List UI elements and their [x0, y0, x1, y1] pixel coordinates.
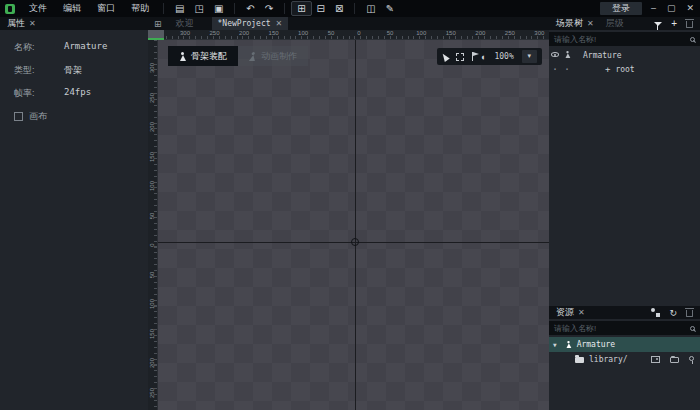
- property-value[interactable]: 24fps: [64, 87, 91, 100]
- ruler-label: 50: [387, 30, 394, 36]
- tab-project[interactable]: *NewProject ✕: [212, 17, 289, 30]
- ruler-label: 100: [149, 176, 155, 196]
- preview-image-icon[interactable]: [651, 356, 660, 363]
- ruler-label: 200: [239, 30, 249, 36]
- close-tab-icon[interactable]: ✕: [276, 17, 283, 30]
- tab-welcome[interactable]: 欢迎: [168, 17, 202, 30]
- new-tab-icon[interactable]: ⊞: [148, 19, 168, 29]
- toggle-dot-icon[interactable]: ·: [552, 64, 558, 75]
- flag-tool-icon[interactable]: [472, 52, 473, 61]
- scene-search-placeholder: 请输入名称!: [554, 34, 690, 45]
- undo-icon: ↶: [246, 1, 254, 16]
- ruler-horizontal: 30025020015010050050100150200250300: [148, 30, 549, 40]
- row-actions: [651, 355, 694, 363]
- toggle-cell[interactable]: [549, 51, 561, 59]
- resources-search-input[interactable]: 请输入名称!: [549, 321, 700, 335]
- mode-animation-button[interactable]: 动画制作: [238, 46, 308, 66]
- tab-resources-label: 资源: [556, 306, 574, 319]
- ruler-label: 50: [149, 265, 155, 285]
- undo-button[interactable]: ↶: [241, 1, 259, 16]
- redo-button[interactable]: ↷: [260, 1, 278, 16]
- trash-icon[interactable]: [686, 310, 693, 317]
- tree-row-library-[interactable]: library/: [549, 352, 700, 366]
- edit-button[interactable]: ✎: [381, 1, 399, 16]
- mode-armature-assembly-button[interactable]: 骨架装配: [168, 46, 238, 66]
- login-button[interactable]: 登录: [600, 2, 642, 15]
- import-armature-button[interactable]: ⊟: [312, 1, 330, 16]
- ruler-label: 250: [210, 30, 220, 36]
- ruler-label: 200: [149, 353, 155, 373]
- resources-tree: ▼Armaturelibrary/: [549, 337, 700, 366]
- tree-item-label: library/: [589, 355, 628, 364]
- expand-arrow-icon[interactable]: ▼: [553, 341, 557, 348]
- filter-icon[interactable]: [654, 22, 662, 26]
- import-resource-icon[interactable]: [651, 308, 660, 317]
- export-armature-button[interactable]: ⊠: [330, 1, 348, 16]
- person-icon: [179, 52, 186, 61]
- canvas-origin-marker[interactable]: [351, 238, 359, 246]
- circle-tool-icon[interactable]: ◐: [481, 52, 486, 62]
- new-armature-icon: ⊞: [297, 1, 305, 16]
- save-project-button[interactable]: ▣: [209, 1, 228, 16]
- menu-help[interactable]: 帮助: [123, 0, 157, 17]
- ruler-label: 250: [149, 383, 155, 403]
- new-project-button[interactable]: ▤: [170, 1, 189, 16]
- toggle-cell[interactable]: ·: [561, 64, 573, 75]
- tab-hierarchy[interactable]: 层级: [598, 17, 632, 30]
- close-tab-icon[interactable]: ✕: [587, 19, 594, 28]
- marquee-tool-icon[interactable]: [456, 53, 464, 61]
- tree-row-root[interactable]: ··+root: [549, 62, 700, 76]
- tab-scene-tree[interactable]: 场景树 ✕: [549, 17, 598, 30]
- open-folder-icon[interactable]: [670, 357, 679, 363]
- new-armature-button[interactable]: ⊞: [291, 1, 311, 16]
- scene-header-actions: +: [654, 18, 700, 29]
- menu-edit[interactable]: 编辑: [55, 0, 89, 17]
- toolbar-separator: [234, 3, 235, 14]
- mode-armature-assembly-label: 骨架装配: [191, 50, 227, 63]
- import-armature-icon: ⊟: [317, 1, 325, 16]
- resources-panel-header: 资源 ✕ ↻: [549, 306, 700, 319]
- open-project-button[interactable]: ◳: [189, 1, 208, 16]
- redo-icon: ↷: [265, 1, 273, 16]
- tree-row-armature[interactable]: Armature: [549, 48, 700, 62]
- window-controls: – ▢ ✕: [651, 0, 694, 17]
- eye-icon[interactable]: [551, 52, 559, 57]
- refresh-icon[interactable]: ↻: [669, 308, 677, 318]
- trash-icon[interactable]: [686, 21, 693, 28]
- zoom-dropdown[interactable]: ▾: [522, 50, 537, 63]
- toolbar-separator: [284, 3, 285, 14]
- canvas-viewport[interactable]: 30025020015010050050100150200250300 3002…: [148, 30, 549, 410]
- canvas-checkbox[interactable]: [14, 112, 23, 121]
- toggle-cell[interactable]: ·: [549, 64, 561, 75]
- property-value[interactable]: 骨架: [64, 64, 82, 77]
- tab-properties-label: 属性: [7, 17, 25, 30]
- tab-resources[interactable]: 资源 ✕: [549, 306, 589, 319]
- ruler-corner[interactable]: [148, 30, 164, 40]
- cursor-tool-icon[interactable]: [440, 52, 450, 62]
- scene-panel-header: 场景树 ✕ 层级 +: [549, 17, 700, 30]
- ruler-label: 0: [357, 30, 360, 36]
- menu-file[interactable]: 文件: [21, 0, 55, 17]
- property-value[interactable]: Armature: [64, 41, 107, 54]
- add-icon[interactable]: +: [671, 18, 677, 29]
- tree-item-label: root: [615, 65, 634, 74]
- close-window-button[interactable]: ✕: [686, 0, 694, 17]
- minimize-button[interactable]: –: [651, 0, 656, 17]
- scene-search-input[interactable]: 请输入名称!: [549, 32, 700, 46]
- maximize-button[interactable]: ▢: [667, 0, 676, 17]
- tab-properties[interactable]: 属性 ✕: [0, 17, 40, 30]
- tree-item-label: Armature: [577, 340, 616, 349]
- publish-icon: ◫: [366, 1, 375, 16]
- locate-pin-icon[interactable]: [689, 356, 694, 361]
- menu-window[interactable]: 窗口: [89, 0, 123, 17]
- close-tab-icon[interactable]: ✕: [29, 19, 36, 28]
- canvas-checkbox-row[interactable]: 画布: [14, 110, 148, 123]
- ruler-label: 100: [416, 30, 426, 36]
- close-tab-icon[interactable]: ✕: [578, 308, 585, 317]
- publish-button[interactable]: ◫: [361, 1, 380, 16]
- tree-row-armature[interactable]: ▼Armature: [549, 337, 700, 352]
- toggle-dot-icon[interactable]: ·: [564, 64, 570, 75]
- canvas-checkbox-label: 画布: [29, 110, 47, 123]
- toggle-cell[interactable]: [561, 50, 573, 61]
- ruler-label: 0: [149, 235, 155, 255]
